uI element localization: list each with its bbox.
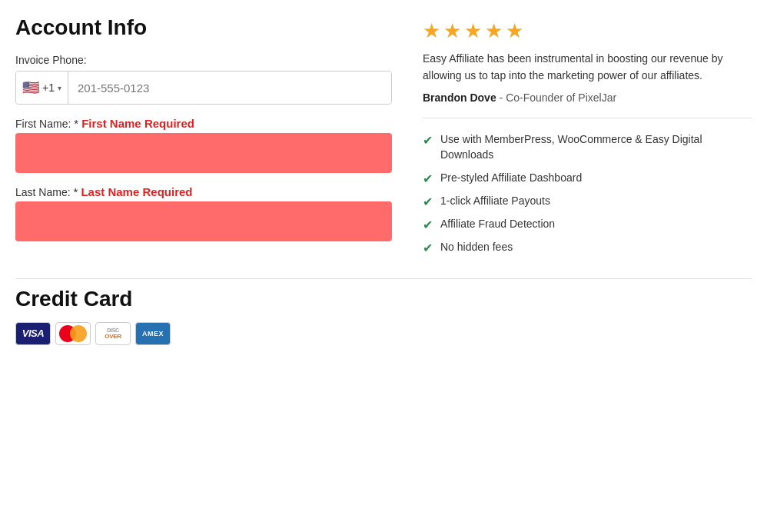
feature-item-1: ✔ Use with MemberPress, WooCommerce & Ea…	[423, 132, 752, 162]
phone-input-wrapper: 🇺🇸 +1 ▾	[15, 71, 392, 105]
feature-item-2: ✔ Pre-styled Affiliate Dashboard	[423, 171, 752, 186]
visa-card-icon: VISA	[15, 322, 51, 345]
phone-label: Invoice Phone:	[15, 54, 392, 66]
first-name-input[interactable]	[15, 133, 392, 173]
feature-item-4: ✔ Affiliate Fraud Detection	[423, 217, 752, 232]
country-dropdown-arrow-icon: ▾	[58, 84, 61, 92]
star-2: ★	[443, 19, 461, 43]
author-role: Co-Founder of PixelJar	[506, 91, 616, 104]
discover-main-label: OVER	[105, 333, 121, 340]
testimonial-text: Easy Affiliate has been instrumental in …	[423, 51, 752, 84]
mc-circles	[59, 324, 87, 343]
phone-input[interactable]	[68, 71, 391, 104]
checkmark-icon-5: ✔	[423, 241, 433, 255]
phone-country-code: +1	[42, 81, 55, 94]
first-name-asterisk: *	[74, 117, 78, 130]
first-name-label: First Name:	[15, 118, 71, 130]
credit-card-title: Credit Card	[15, 287, 752, 311]
account-info-section: Account Info Invoice Phone: 🇺🇸 +1 ▾ Firs…	[15, 15, 392, 255]
first-name-error: First Name Required	[81, 117, 194, 130]
author-role-separator: -	[500, 91, 506, 104]
feature-text-2: Pre-styled Affiliate Dashboard	[440, 171, 582, 186]
author-name: Brandon Dove	[423, 91, 496, 104]
right-divider	[423, 118, 752, 118]
feature-text-1: Use with MemberPress, WooCommerce & Easy…	[440, 132, 752, 162]
star-1: ★	[423, 19, 440, 43]
star-4: ★	[485, 19, 503, 43]
flag-icon: 🇺🇸	[22, 79, 39, 96]
testimonial-section: ★ ★ ★ ★ ★ Easy Affiliate has been instru…	[423, 15, 752, 255]
mc-circle-right	[70, 325, 87, 342]
feature-text-4: Affiliate Fraud Detection	[440, 217, 555, 232]
visa-label: VISA	[22, 328, 44, 339]
feature-item-5: ✔ No hidden fees	[423, 240, 752, 255]
mastercard-icon	[55, 322, 91, 345]
feature-text-3: 1-click Affiliate Payouts	[440, 194, 550, 209]
checkmark-icon-4: ✔	[423, 218, 433, 232]
stars-row: ★ ★ ★ ★ ★	[423, 19, 752, 43]
account-info-title: Account Info	[15, 15, 392, 40]
phone-field-group: Invoice Phone: 🇺🇸 +1 ▾	[15, 54, 392, 105]
amex-card-icon: AMEX	[135, 322, 171, 345]
testimonial-author: Brandon Dove - Co-Founder of PixelJar	[423, 91, 752, 104]
phone-country-selector[interactable]: 🇺🇸 +1 ▾	[16, 71, 68, 104]
card-icons-row: VISA DISC OVER AMEX	[15, 322, 752, 345]
last-name-input[interactable]	[15, 201, 392, 241]
last-name-field-group: Last Name: * Last Name Required	[15, 185, 392, 241]
checkmark-icon-2: ✔	[423, 171, 433, 186]
amex-label: AMEX	[142, 330, 164, 337]
star-5: ★	[506, 19, 523, 43]
star-3: ★	[464, 19, 482, 43]
first-name-label-row: First Name: * First Name Required	[15, 117, 392, 130]
checkmark-icon-1: ✔	[423, 133, 433, 148]
last-name-label-row: Last Name: * Last Name Required	[15, 185, 392, 198]
feature-item-3: ✔ 1-click Affiliate Payouts	[423, 194, 752, 209]
feature-text-5: No hidden fees	[440, 240, 513, 255]
credit-card-section: Credit Card VISA DISC OVER AMEX	[0, 279, 767, 361]
features-list: ✔ Use with MemberPress, WooCommerce & Ea…	[423, 132, 752, 254]
first-name-field-group: First Name: * First Name Required	[15, 117, 392, 173]
last-name-error: Last Name Required	[81, 185, 192, 198]
discover-card-icon: DISC OVER	[95, 322, 131, 345]
discover-top-label: DISC	[107, 328, 119, 333]
checkmark-icon-3: ✔	[423, 195, 433, 209]
last-name-asterisk: *	[74, 185, 78, 198]
last-name-label: Last Name:	[15, 186, 71, 198]
